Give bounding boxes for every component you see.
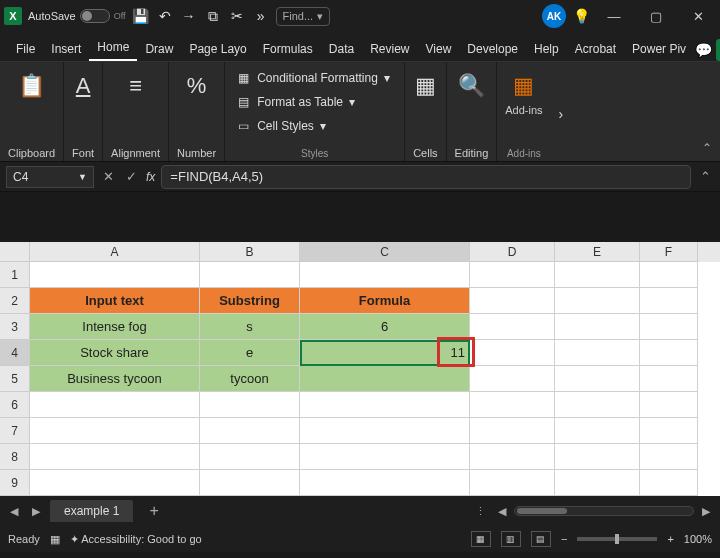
collapse-ribbon-icon[interactable]: ⌃ xyxy=(702,141,712,155)
copy-icon[interactable]: ⧉ xyxy=(204,7,222,25)
close-button[interactable]: ✕ xyxy=(680,2,716,30)
fx-icon[interactable]: fx xyxy=(146,170,155,184)
select-all-corner[interactable] xyxy=(0,242,30,262)
cell[interactable] xyxy=(200,444,300,470)
comments-icon[interactable]: 💬 xyxy=(694,41,712,59)
user-avatar[interactable]: AK xyxy=(542,4,566,28)
hscroll-left[interactable]: ◀ xyxy=(494,505,510,518)
row-2[interactable]: 2 xyxy=(0,288,30,314)
cell[interactable] xyxy=(200,262,300,288)
row-9[interactable]: 9 xyxy=(0,470,30,496)
cell[interactable] xyxy=(30,262,200,288)
cell-A4[interactable]: Stock share xyxy=(30,340,200,366)
accessibility-status[interactable]: ✦ Accessibility: Good to go xyxy=(70,533,202,546)
cell[interactable] xyxy=(640,262,698,288)
redo-icon[interactable]: → xyxy=(180,7,198,25)
new-sheet-button[interactable]: + xyxy=(139,502,168,520)
cell[interactable] xyxy=(470,288,555,314)
cell[interactable] xyxy=(200,470,300,496)
cell-C4[interactable]: 11 xyxy=(300,340,470,366)
tab-powerpivot[interactable]: Power Piv xyxy=(624,37,694,61)
cell[interactable] xyxy=(640,366,698,392)
cell[interactable] xyxy=(640,444,698,470)
cell-B5[interactable]: tycoon xyxy=(200,366,300,392)
conditional-formatting-button[interactable]: ▦Conditional Formatting ▾ xyxy=(235,68,390,88)
cell[interactable] xyxy=(555,470,640,496)
cell[interactable] xyxy=(470,470,555,496)
minimize-button[interactable]: — xyxy=(596,2,632,30)
tab-formulas[interactable]: Formulas xyxy=(255,37,321,61)
cell[interactable] xyxy=(30,392,200,418)
cell[interactable] xyxy=(200,418,300,444)
undo-icon[interactable]: ↶ xyxy=(156,7,174,25)
maximize-button[interactable]: ▢ xyxy=(638,2,674,30)
autosave-toggle[interactable]: AutoSave Off xyxy=(28,9,126,23)
ribbon-number[interactable]: % Number xyxy=(169,62,225,161)
cell[interactable] xyxy=(640,314,698,340)
toggle-switch[interactable] xyxy=(80,9,110,23)
ribbon-editing[interactable]: 🔍 Editing xyxy=(447,62,498,161)
cell[interactable] xyxy=(300,418,470,444)
lightbulb-icon[interactable]: 💡 xyxy=(572,7,590,25)
col-E[interactable]: E xyxy=(555,242,640,262)
cell[interactable] xyxy=(30,418,200,444)
tab-data[interactable]: Data xyxy=(321,37,362,61)
cell-A5[interactable]: Business tycoon xyxy=(30,366,200,392)
expand-formula-icon[interactable]: ⌃ xyxy=(697,169,714,184)
cell-styles-button[interactable]: ▭Cell Styles ▾ xyxy=(235,116,326,136)
cell[interactable] xyxy=(470,262,555,288)
cell[interactable] xyxy=(555,288,640,314)
cell[interactable] xyxy=(555,444,640,470)
col-A[interactable]: A xyxy=(30,242,200,262)
view-pagebreak-icon[interactable]: ▤ xyxy=(531,531,551,547)
zoom-in-button[interactable]: + xyxy=(667,533,673,545)
tab-review[interactable]: Review xyxy=(362,37,417,61)
cell[interactable] xyxy=(640,470,698,496)
row-6[interactable]: 6 xyxy=(0,392,30,418)
sheet-tab[interactable]: example 1 xyxy=(50,500,133,522)
cell-B3[interactable]: s xyxy=(200,314,300,340)
search-box[interactable]: Find... ▾ xyxy=(276,7,331,26)
cancel-formula-icon[interactable]: ✕ xyxy=(100,169,117,184)
row-8[interactable]: 8 xyxy=(0,444,30,470)
ribbon-cells[interactable]: ▦ Cells xyxy=(405,62,446,161)
ribbon-alignment[interactable]: ≡ Alignment xyxy=(103,62,169,161)
cell[interactable] xyxy=(555,262,640,288)
ribbon-addins[interactable]: ▦ Add-ins Add-ins xyxy=(497,62,550,161)
cell[interactable] xyxy=(555,366,640,392)
tab-draw[interactable]: Draw xyxy=(137,37,181,61)
col-D[interactable]: D xyxy=(470,242,555,262)
cell[interactable] xyxy=(470,444,555,470)
tab-acrobat[interactable]: Acrobat xyxy=(567,37,624,61)
row-3[interactable]: 3 xyxy=(0,314,30,340)
cell[interactable] xyxy=(470,392,555,418)
col-F[interactable]: F xyxy=(640,242,698,262)
qat-more-icon[interactable]: » xyxy=(252,7,270,25)
col-C[interactable]: C xyxy=(300,242,470,262)
worksheet[interactable]: A B C D E F 1 2Input textSubstringFormul… xyxy=(0,242,720,496)
cell[interactable] xyxy=(640,340,698,366)
cell-B4[interactable]: e xyxy=(200,340,300,366)
cell-A2[interactable]: Input text xyxy=(30,288,200,314)
sheet-nav-next[interactable]: ▶ xyxy=(28,505,44,518)
cut-icon[interactable]: ✂ xyxy=(228,7,246,25)
ribbon-clipboard[interactable]: 📋 Clipboard xyxy=(0,62,64,161)
format-as-table-button[interactable]: ▤Format as Table ▾ xyxy=(235,92,355,112)
cell[interactable] xyxy=(30,444,200,470)
tab-developer[interactable]: Develope xyxy=(459,37,526,61)
share-button[interactable]: ▾ xyxy=(716,39,720,61)
cell[interactable] xyxy=(555,340,640,366)
tab-home[interactable]: Home xyxy=(89,35,137,61)
cell[interactable] xyxy=(555,392,640,418)
cell-A3[interactable]: Intense fog xyxy=(30,314,200,340)
cell[interactable] xyxy=(640,418,698,444)
cell[interactable] xyxy=(555,314,640,340)
col-B[interactable]: B xyxy=(200,242,300,262)
tab-file[interactable]: File xyxy=(8,37,43,61)
tab-help[interactable]: Help xyxy=(526,37,567,61)
row-4[interactable]: 4 xyxy=(0,340,30,366)
cell[interactable] xyxy=(470,366,555,392)
cell[interactable] xyxy=(200,392,300,418)
cell[interactable] xyxy=(300,392,470,418)
cell[interactable] xyxy=(300,444,470,470)
